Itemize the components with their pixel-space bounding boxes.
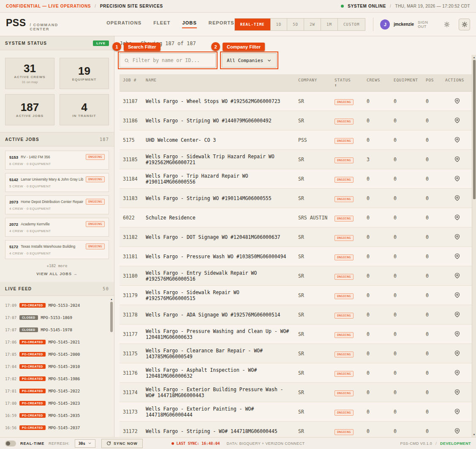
display-settings-button[interactable]: [459, 19, 470, 30]
feed-event-badge: PO-CREATED: [19, 303, 46, 308]
location-pin-icon[interactable]: [454, 428, 460, 434]
nav-item[interactable]: JOBS: [182, 20, 196, 28]
more-jobs-link[interactable]: +182 more: [0, 262, 114, 269]
col-header-job[interactable]: JOB #: [120, 74, 142, 91]
cell-status: ONGOING: [331, 211, 363, 224]
sync-now-button[interactable]: SYNC NOW: [101, 439, 143, 448]
col-header-crews[interactable]: CREWS: [363, 74, 390, 91]
col-header-company[interactable]: COMPANY: [295, 74, 331, 91]
col-header-name[interactable]: NAME: [142, 74, 295, 91]
location-pin-icon[interactable]: [454, 137, 460, 143]
location-pin-icon[interactable]: [454, 350, 460, 357]
col-header-pos[interactable]: POS: [422, 74, 442, 91]
table-row[interactable]: 31183 Wells Fargo - Striping WO #190114M…: [120, 189, 472, 208]
job-card[interactable]: 5153 RV - 1482 FM 356 ONGOING 6 CREW · 0…: [5, 151, 109, 170]
feed-item[interactable]: 17:00 PO-CREATED MPO-5145-2023: [5, 397, 109, 409]
cell-company: SR: [295, 231, 331, 243]
time-range-button[interactable]: 1M: [321, 19, 338, 30]
time-range-button[interactable]: REAL-TIME: [235, 19, 271, 30]
stat-card[interactable]: 187 ACTIVE JOBS: [5, 94, 54, 125]
location-pin-icon[interactable]: [454, 117, 460, 124]
job-card[interactable]: 5142 Lamar University Mary & John Gray L…: [5, 173, 109, 192]
location-pin-icon[interactable]: [454, 331, 460, 337]
nav-item[interactable]: OPERATIONS: [106, 20, 141, 28]
feed-item[interactable]: 17:07 CLOSED MPO-5153-1869: [5, 311, 109, 324]
nav-item[interactable]: FLEET: [153, 20, 170, 28]
table-row[interactable]: 31186 Wells Fargo - Striping WO #144079M…: [120, 111, 472, 130]
time-range-button[interactable]: CUSTOM: [338, 19, 365, 30]
table-row[interactable]: 31180 Wells Fargo - Entry Sidewalk Repai…: [120, 266, 472, 286]
time-range-button[interactable]: 1D: [271, 19, 288, 30]
feed-item[interactable]: 17:01 PO-CREATED MPO-5145-2022: [5, 385, 109, 397]
avatar[interactable]: J: [380, 19, 390, 30]
nav-item[interactable]: REPORTS: [209, 20, 234, 28]
location-pin-icon[interactable]: [454, 176, 460, 182]
table-row[interactable]: 31173 Wells Fargo - Exterior Painting - …: [120, 402, 472, 422]
table-scrollbar-thumb[interactable]: [473, 60, 476, 199]
company-filter-select[interactable]: All Companies: [222, 53, 277, 68]
job-card-id: 5153: [9, 155, 18, 160]
table-row[interactable]: 31174 Wells Fargo - Exterior Building Pr…: [120, 383, 472, 402]
stat-card[interactable]: 19 EQUIPMENT: [60, 58, 109, 89]
stat-card[interactable]: 31 ACTIVE CREWS 31 on map: [5, 58, 54, 89]
cell-pos: 0: [422, 173, 442, 185]
location-pin-icon[interactable]: [454, 214, 460, 221]
table-row[interactable]: 5175 UHD Welcome Center- CO 3 PSS ONGOIN…: [120, 130, 472, 150]
table-row[interactable]: 31182 Wells Fargo - DOT Signage WO #1204…: [120, 227, 472, 247]
top-status-bar: CONFIDENTIAL — LIVE OPERATIONS / PRECISI…: [0, 0, 476, 13]
location-pin-icon[interactable]: [454, 408, 460, 415]
feed-scrollbar-thumb[interactable]: [110, 302, 113, 332]
time-range-button[interactable]: 2W: [304, 19, 321, 30]
scroll-up-icon[interactable]: ▲: [110, 298, 113, 301]
feed-item[interactable]: 17:05 PO-CREATED MPO-5145-2000: [5, 348, 109, 360]
stat-card[interactable]: 4 IN TRANSIT: [60, 94, 109, 125]
scroll-up-icon[interactable]: ▲: [473, 55, 476, 60]
job-card[interactable]: 2073 Home Depot Distribution Center Repa…: [5, 195, 109, 214]
feed-item[interactable]: 17:02 PO-CREATED MPO-5145-1986: [5, 373, 109, 385]
table-row[interactable]: 31177 Wells Fargo - Pressure Washing and…: [120, 325, 472, 344]
table-row[interactable]: 31175 Wells Fargo - Clearance Bar Repair…: [120, 344, 472, 363]
feed-item[interactable]: 17:06 PO-CREATED MPO-5145-2021: [5, 336, 109, 348]
table-row[interactable]: 31172 Wells Fargo - Striping - WO# 14471…: [120, 422, 472, 437]
refresh-interval-select[interactable]: 30s: [75, 439, 95, 448]
location-pin-icon[interactable]: [454, 389, 460, 395]
col-header-equipment[interactable]: EQUIPMENT: [390, 74, 422, 91]
status-badge: ONGOING: [335, 390, 354, 396]
location-pin-icon[interactable]: [454, 195, 460, 201]
feed-item[interactable]: 16:59 PO-CREATED MPO-5145-2035: [5, 409, 109, 422]
search-input[interactable]: [133, 57, 211, 63]
feed-item[interactable]: 17:04 PO-CREATED MPO-5145-2010: [5, 360, 109, 373]
location-pin-icon[interactable]: [454, 253, 460, 260]
table-row[interactable]: 6022 Schulze Residence SRS AUSTIN ONGOIN…: [120, 208, 472, 227]
scroll-down-icon[interactable]: ▼: [473, 432, 476, 437]
location-pin-icon[interactable]: [454, 156, 460, 162]
time-range-button[interactable]: 5D: [287, 19, 304, 30]
table-row[interactable]: 31176 Wells Fargo - Asphalt Inspection -…: [120, 363, 472, 383]
feed-item[interactable]: 16:55 PO-CREATED MPO-5145-2036: [5, 434, 109, 437]
table-row[interactable]: 31185 Wells Fargo - Sidewalk Trip Hazard…: [120, 150, 472, 169]
sign-out-button[interactable]: SIGN OUT: [418, 20, 437, 29]
table-scrollbar[interactable]: ▲ ▼: [472, 55, 476, 437]
table-row[interactable]: 31181 Wells Fargo - Pressure Wash WO #10…: [120, 247, 472, 266]
table-row[interactable]: 31178 Wells Fargo - ADA Signage WO #1925…: [120, 305, 472, 325]
theme-brightness-button[interactable]: [441, 19, 452, 30]
table-row[interactable]: 31184 Wells Fargo - Trip Hazard Repair W…: [120, 169, 472, 189]
cell-job-name: Wells Fargo - Sidewalk Repair WO #192576…: [142, 286, 295, 305]
feed-item[interactable]: 17:09 PO-CREATED MPO-5153-2024: [5, 299, 109, 311]
table-row[interactable]: 31187 Wells Fargo - Wheel Stops WO #1925…: [120, 92, 472, 111]
location-pin-icon[interactable]: [454, 370, 460, 376]
location-pin-icon[interactable]: [454, 234, 460, 240]
job-card[interactable]: 5172 Texas Installs Warehouse Building O…: [5, 240, 109, 259]
table-row[interactable]: 31179 Wells Fargo - Sidewalk Repair WO #…: [120, 286, 472, 305]
col-header-status[interactable]: STATUS ↑: [331, 74, 363, 91]
view-all-jobs-link[interactable]: VIEW ALL JOBS →: [0, 269, 114, 282]
location-pin-icon[interactable]: [454, 273, 460, 279]
job-card[interactable]: 2072 Academy Kerrville ONGOING 4 CREW · …: [5, 218, 109, 237]
feed-scrollbar[interactable]: ▲: [110, 298, 113, 332]
feed-item[interactable]: 16:56 PO-CREATED MPO-5145-2037: [5, 422, 109, 434]
feed-item[interactable]: 17:07 CLOSED MPO-5145-1978: [5, 324, 109, 336]
realtime-toggle[interactable]: [5, 441, 16, 446]
location-pin-icon[interactable]: [454, 292, 460, 298]
location-pin-icon[interactable]: [454, 311, 460, 318]
location-pin-icon[interactable]: [454, 98, 460, 104]
